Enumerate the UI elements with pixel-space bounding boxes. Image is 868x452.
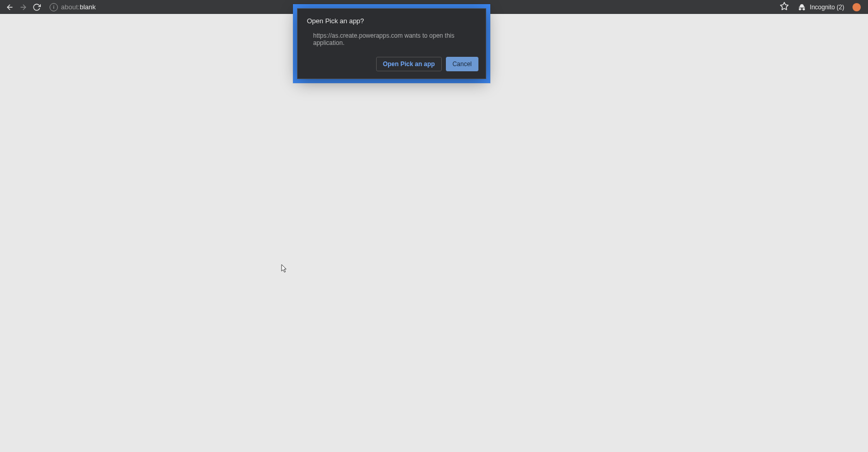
star-icon — [780, 2, 789, 11]
toolbar-right: Incognito (2) — [780, 2, 863, 13]
dialog-message: https://as.create.powerapps.com wants to… — [313, 32, 476, 46]
incognito-label: Incognito (2) — [810, 4, 844, 11]
url-text: about:blank — [61, 3, 96, 11]
dialog-button-row: Open Pick an app Cancel — [298, 55, 486, 76]
open-app-button[interactable]: Open Pick an app — [376, 57, 442, 71]
bookmark-button[interactable] — [780, 2, 789, 13]
reload-button[interactable] — [32, 3, 41, 12]
dialog-title: Open Pick an app? — [307, 17, 476, 25]
profile-avatar[interactable] — [853, 3, 861, 11]
page-content: Open Pick an app? https://as.create.powe… — [0, 14, 868, 452]
back-button[interactable] — [5, 3, 14, 12]
dialog-highlight-annotation: Open Pick an app? https://as.create.powe… — [293, 4, 490, 83]
svg-marker-2 — [781, 2, 788, 9]
incognito-indicator[interactable]: Incognito (2) — [794, 2, 847, 13]
arrow-left-icon — [6, 3, 14, 11]
external-protocol-dialog: Open Pick an app? https://as.create.powe… — [297, 8, 486, 79]
arrow-right-icon — [19, 3, 27, 11]
reload-icon — [33, 3, 41, 11]
incognito-icon — [797, 3, 807, 12]
mouse-cursor-icon — [281, 264, 288, 273]
site-info-icon[interactable]: i — [50, 3, 58, 11]
forward-button[interactable] — [19, 3, 28, 12]
cancel-button[interactable]: Cancel — [446, 57, 478, 71]
